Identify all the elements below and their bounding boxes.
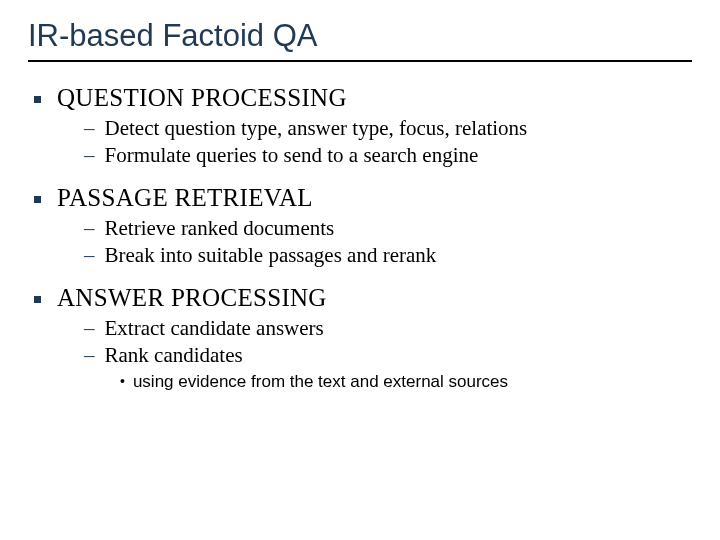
sub-item: – Retrieve ranked documents [84,216,692,241]
slide: IR-based Factoid QA QUESTION PROCESSING … [0,0,720,540]
dot-bullet-icon: • [120,373,125,389]
sub-item: – Rank candidates [84,343,692,368]
sub-text: Detect question type, answer type, focus… [105,116,528,141]
sub-text: Extract candidate answers [105,316,324,341]
sub2-item: • using evidence from the text and exter… [120,372,692,392]
sub2-list: • using evidence from the text and exter… [28,372,692,392]
dash-icon: – [84,243,95,268]
dash-icon: – [84,316,95,341]
sub-text: Break into suitable passages and rerank [105,243,437,268]
sub-item: – Extract candidate answers [84,316,692,341]
sub-item: – Detect question type, answer type, foc… [84,116,692,141]
dash-icon: – [84,343,95,368]
square-bullet-icon [34,96,41,103]
section-heading-row: ANSWER PROCESSING [28,284,692,312]
sub-text: Rank candidates [105,343,243,368]
sub-item: – Break into suitable passages and reran… [84,243,692,268]
sub-list: – Extract candidate answers – Rank candi… [28,316,692,368]
sub-text: Formulate queries to send to a search en… [105,143,479,168]
dash-icon: – [84,116,95,141]
slide-title: IR-based Factoid QA [28,18,692,62]
sub2-text: using evidence from the text and externa… [133,372,508,392]
sub-list: – Retrieve ranked documents – Break into… [28,216,692,268]
section-heading: PASSAGE RETRIEVAL [57,184,313,212]
sub-item: – Formulate queries to send to a search … [84,143,692,168]
sub-text: Retrieve ranked documents [105,216,335,241]
sub-list: – Detect question type, answer type, foc… [28,116,692,168]
section-heading-row: PASSAGE RETRIEVAL [28,184,692,212]
dash-icon: – [84,143,95,168]
section-heading: QUESTION PROCESSING [57,84,347,112]
section-heading-row: QUESTION PROCESSING [28,84,692,112]
square-bullet-icon [34,196,41,203]
dash-icon: – [84,216,95,241]
section-heading: ANSWER PROCESSING [57,284,327,312]
square-bullet-icon [34,296,41,303]
